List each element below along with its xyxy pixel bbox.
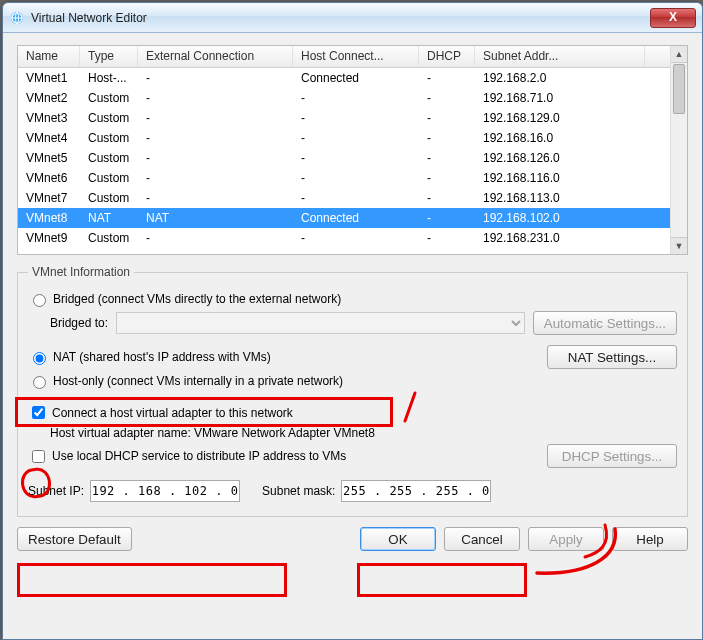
ok-button[interactable]: OK [360, 527, 436, 551]
content: Name Type External Connection Host Conne… [3, 33, 702, 639]
table-cell: - [293, 148, 419, 168]
table-cell: VMnet8 [18, 208, 80, 228]
nat-text: NAT (shared host's IP address with VMs) [53, 350, 271, 364]
table-row[interactable]: VMnet5Custom---192.168.126.0 [18, 148, 687, 168]
table-cell: - [138, 128, 293, 148]
bridged-radio-label[interactable]: Bridged (connect VMs directly to the ext… [28, 291, 341, 307]
table-row[interactable]: VMnet3Custom---192.168.129.0 [18, 108, 687, 128]
window-title: Virtual Network Editor [31, 11, 650, 25]
table-cell: 192.168.102.0 [475, 208, 645, 228]
table-cell: 192.168.71.0 [475, 88, 645, 108]
table-cell: - [419, 148, 475, 168]
table-cell: Custom [80, 168, 138, 188]
table-cell: - [138, 108, 293, 128]
network-table[interactable]: Name Type External Connection Host Conne… [17, 45, 688, 255]
subnet-mask-input[interactable]: 255 . 255 . 255 . 0 [341, 480, 491, 502]
cancel-button[interactable]: Cancel [444, 527, 520, 551]
col-type[interactable]: Type [80, 46, 138, 67]
table-cell: NAT [138, 208, 293, 228]
table-cell: Host-... [80, 68, 138, 88]
table-cell: VMnet6 [18, 168, 80, 188]
scroll-up-icon[interactable]: ▲ [671, 46, 687, 63]
table-cell: - [138, 228, 293, 248]
titlebar[interactable]: Virtual Network Editor X [3, 3, 702, 33]
nat-radio[interactable] [33, 352, 46, 365]
table-cell: - [419, 108, 475, 128]
vmnet-info-legend: VMnet Information [28, 265, 134, 279]
table-cell: 192.168.116.0 [475, 168, 645, 188]
table-cell: - [293, 228, 419, 248]
table-cell: - [419, 188, 475, 208]
table-cell: 192.168.231.0 [475, 228, 645, 248]
window: Virtual Network Editor X Name Type Exter… [2, 2, 703, 640]
dhcp-settings-button[interactable]: DHCP Settings... [547, 444, 677, 468]
vmnet-info-group: VMnet Information Bridged (connect VMs d… [17, 265, 688, 517]
table-row[interactable]: VMnet7Custom---192.168.113.0 [18, 188, 687, 208]
table-cell: - [138, 68, 293, 88]
table-cell: 192.168.16.0 [475, 128, 645, 148]
app-icon [9, 10, 25, 26]
adapter-name-text: Host virtual adapter name: VMware Networ… [50, 426, 375, 440]
table-row[interactable]: VMnet8NATNATConnected-192.168.102.0 [18, 208, 687, 228]
table-cell: 192.168.129.0 [475, 108, 645, 128]
table-cell: - [419, 128, 475, 148]
table-cell: 192.168.113.0 [475, 188, 645, 208]
table-cell: Custom [80, 88, 138, 108]
table-header-row[interactable]: Name Type External Connection Host Conne… [18, 46, 687, 68]
table-row[interactable]: VMnet6Custom---192.168.116.0 [18, 168, 687, 188]
table-cell: Custom [80, 148, 138, 168]
table-row[interactable]: VMnet2Custom---192.168.71.0 [18, 88, 687, 108]
scroll-thumb[interactable] [673, 64, 685, 114]
scroll-down-icon[interactable]: ▼ [671, 237, 687, 254]
table-row[interactable]: VMnet9Custom---192.168.231.0 [18, 228, 687, 248]
connect-adapter-label[interactable]: Connect a host virtual adapter to this n… [28, 403, 293, 422]
dhcp-text: Use local DHCP service to distribute IP … [52, 449, 346, 463]
table-cell: VMnet4 [18, 128, 80, 148]
table-row[interactable]: VMnet4Custom---192.168.16.0 [18, 128, 687, 148]
table-cell: VMnet3 [18, 108, 80, 128]
nat-radio-label[interactable]: NAT (shared host's IP address with VMs) [28, 349, 547, 365]
close-button[interactable]: X [650, 8, 696, 28]
table-cell: - [419, 168, 475, 188]
table-cell: - [138, 188, 293, 208]
col-dhcp[interactable]: DHCP [419, 46, 475, 67]
help-button[interactable]: Help [612, 527, 688, 551]
table-cell: 192.168.2.0 [475, 68, 645, 88]
table-cell: - [419, 228, 475, 248]
table-cell: VMnet7 [18, 188, 80, 208]
subnet-ip-input[interactable]: 192 . 168 . 102 . 0 [90, 480, 240, 502]
table-cell: Custom [80, 228, 138, 248]
table-scrollbar[interactable]: ▲ ▼ [670, 46, 687, 254]
table-cell: - [293, 128, 419, 148]
table-cell: Custom [80, 188, 138, 208]
table-cell: - [419, 88, 475, 108]
subnet-mask-label: Subnet mask: [262, 484, 335, 498]
col-name[interactable]: Name [18, 46, 80, 67]
table-cell: Connected [293, 68, 419, 88]
table-cell: VMnet9 [18, 228, 80, 248]
table-cell: NAT [80, 208, 138, 228]
hostonly-radio[interactable] [33, 376, 46, 389]
table-row[interactable]: VMnet1Host-...-Connected-192.168.2.0 [18, 68, 687, 88]
dhcp-label[interactable]: Use local DHCP service to distribute IP … [28, 447, 547, 466]
subnet-ip-label: Subnet IP: [28, 484, 84, 498]
annotation-subnet-mask-box [357, 563, 527, 597]
dhcp-checkbox[interactable] [32, 450, 45, 463]
restore-default-button[interactable]: Restore Default [17, 527, 132, 551]
annotation-subnet-ip-box [17, 563, 287, 597]
connect-adapter-checkbox[interactable] [32, 406, 45, 419]
nat-settings-button[interactable]: NAT Settings... [547, 345, 677, 369]
automatic-settings-button[interactable]: Automatic Settings... [533, 311, 677, 335]
table-cell: VMnet1 [18, 68, 80, 88]
table-cell: 192.168.126.0 [475, 148, 645, 168]
apply-button[interactable]: Apply [528, 527, 604, 551]
col-subnet[interactable]: Subnet Addr... [475, 46, 645, 67]
connect-adapter-text: Connect a host virtual adapter to this n… [52, 406, 293, 420]
hostonly-radio-label[interactable]: Host-only (connect VMs internally in a p… [28, 373, 343, 389]
col-host[interactable]: Host Connect... [293, 46, 419, 67]
bridged-to-dropdown[interactable] [116, 312, 525, 334]
bridged-radio[interactable] [33, 294, 46, 307]
col-ext[interactable]: External Connection [138, 46, 293, 67]
dialog-buttons: Restore Default OK Cancel Apply Help [17, 517, 688, 555]
table-cell: - [138, 148, 293, 168]
